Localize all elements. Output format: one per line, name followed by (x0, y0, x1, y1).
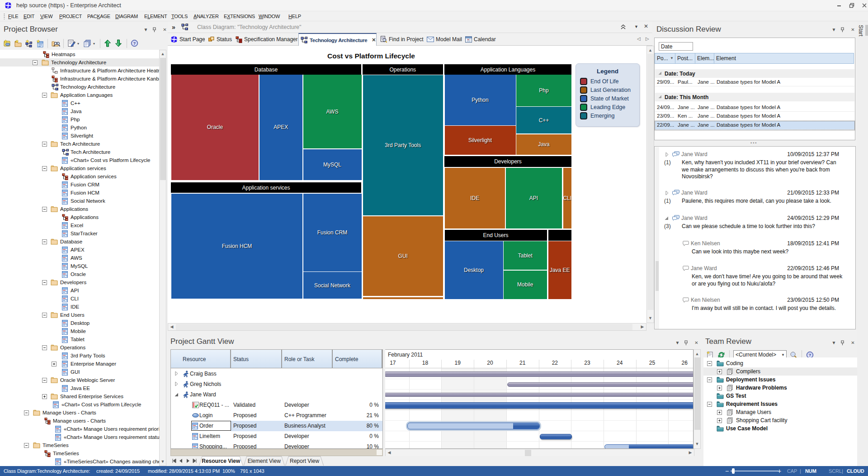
start-autohide-tab[interactable]: Start (858, 25, 864, 36)
gantt-column-header[interactable]: Role or Task (282, 350, 333, 368)
team-review-item[interactable]: Coding (703, 359, 857, 367)
discussion-column-header[interactable]: Po...▼ (655, 53, 675, 64)
tab-scroll-left-icon[interactable]: ◁ (637, 36, 641, 41)
tree-item[interactable]: Operations (0, 343, 159, 352)
collapse-icon[interactable] (42, 239, 47, 244)
gantt-summary-bar[interactable] (385, 371, 693, 377)
tree-item[interactable]: Python (0, 124, 159, 132)
zoom-out-icon[interactable]: − (725, 467, 729, 475)
tab-scroll-right-icon[interactable]: ▷ (646, 36, 649, 41)
tree-item[interactable]: StarTracker (0, 229, 159, 238)
tab-start-page[interactable]: Start Page (169, 33, 205, 46)
collapse-icon[interactable] (24, 410, 29, 415)
discussion-group-row[interactable]: Date: This Month (655, 93, 854, 101)
dropdown-arrow-icon[interactable]: ▾ (93, 42, 97, 46)
scroll-thumb[interactable] (656, 261, 659, 291)
panel-menu-icon[interactable]: ▼ (143, 27, 149, 33)
treemap-block[interactable]: Php (516, 75, 571, 106)
tree-item[interactable]: Fusion HCM (0, 189, 159, 197)
tree-item[interactable]: Application services (0, 164, 159, 172)
tree-item[interactable]: Applications (0, 213, 159, 221)
pb-down-button[interactable] (114, 38, 124, 48)
close-tab-icon[interactable]: ✕ (372, 37, 376, 43)
treemap-block[interactable]: Silverlight (445, 126, 516, 155)
treemap-block[interactable]: 3rd Party Tools (363, 75, 443, 216)
expand-icon[interactable] (42, 394, 47, 399)
pb-copy-button[interactable] (82, 38, 92, 48)
tree-item[interactable]: IDE (0, 303, 159, 311)
gantt-progress-bar[interactable] (604, 444, 693, 449)
gantt-row[interactable]: Craig Bass (171, 369, 383, 379)
combobox-dropdown-icon[interactable]: ▼ (781, 353, 785, 357)
collapse-all-icon[interactable] (620, 24, 626, 30)
row-expand-icon[interactable] (175, 381, 178, 386)
tree-item[interactable]: «Chart» Manage Users requirement priorit… (0, 425, 159, 433)
row-expand-icon[interactable] (175, 371, 178, 376)
team-review-item[interactable]: Deployment Issues (703, 376, 857, 384)
gantt-summary-bar[interactable] (385, 393, 693, 397)
pin-icon[interactable] (840, 27, 846, 33)
expand-icon[interactable] (717, 418, 722, 423)
tree-item[interactable]: Application services (0, 172, 159, 181)
close-panel-icon[interactable]: ✕ (693, 340, 699, 346)
menu-item-extensions[interactable]: EXTENSIONS (224, 14, 255, 19)
tree-item[interactable]: Technology Architecture (0, 83, 159, 91)
gantt-task-bar[interactable] (385, 402, 693, 409)
tree-item[interactable]: Mobile (0, 327, 159, 335)
pb-up-button[interactable] (103, 38, 113, 48)
menu-item-analyzer[interactable]: ANALYZER (193, 14, 219, 19)
treemap-block[interactable]: MySQL (303, 149, 362, 180)
pin-icon[interactable] (684, 340, 690, 346)
scroll-up-icon[interactable]: ▲ (694, 351, 700, 357)
treemap-block[interactable]: Fusion CRM (303, 194, 362, 271)
tab-status[interactable]: Status (206, 33, 232, 46)
treemap-block[interactable]: Java (516, 134, 571, 155)
close-panel-icon[interactable]: ✕ (162, 27, 168, 33)
dropdown-icon[interactable]: ▼ (634, 24, 638, 29)
tree-item[interactable]: Tech Architecture (0, 140, 159, 148)
team-review-item[interactable]: Requirement Issues (703, 400, 857, 408)
tab-specification-manager[interactable]: Specification Manager (234, 33, 297, 46)
pb-newdiag-button[interactable] (24, 38, 34, 48)
scroll-down-icon[interactable]: ▼ (647, 315, 654, 322)
gantt-hscrollbar[interactable]: ◀ ▶ (385, 449, 694, 457)
tree-item[interactable]: «Chart» Cost vs Platform Lifecycle (0, 156, 159, 164)
comments-scrollbar[interactable] (655, 147, 659, 329)
treemap-block[interactable]: Java EE (548, 241, 572, 299)
tree-item[interactable]: «Chart» Cost vs Platform Lifecycle (0, 400, 159, 409)
tab-calendar[interactable]: Calendar (463, 33, 498, 46)
scroll-thumb[interactable] (647, 54, 654, 310)
scroll-thumb[interactable] (160, 58, 166, 180)
bottom-tab-report-view[interactable]: Report View (285, 456, 324, 466)
tree-item[interactable]: Enterprise Manager (0, 360, 159, 368)
menu-item-diagram[interactable]: DIAGRAM (115, 14, 138, 19)
bottom-tab-resource-view[interactable]: Resource View (199, 456, 243, 466)
tree-item[interactable]: Oracle (0, 270, 159, 278)
project-tree-scrollbar[interactable]: ▲ ▼ (159, 50, 166, 466)
gantt-table-scroll-strip[interactable] (170, 449, 383, 456)
pb-find-button[interactable] (51, 38, 61, 48)
close-diagram-icon[interactable]: ✕ (644, 23, 648, 29)
collapse-icon[interactable] (42, 207, 47, 212)
gantt-vscrollbar[interactable]: ▲ ▼ (693, 349, 701, 449)
pb-newmodel-button[interactable] (2, 38, 12, 48)
tree-item[interactable]: Technology Architecture (0, 58, 159, 67)
collapse-icon[interactable] (42, 313, 47, 318)
menu-item-tools[interactable]: TOOLS (171, 14, 188, 19)
gantt-row[interactable]: LoginProposedC++ Programmer21 % (171, 410, 383, 421)
gantt-row[interactable]: OrderProposedBusiness Analyst80 % (171, 421, 383, 431)
tree-item[interactable]: Manage Users - Charts (0, 409, 159, 417)
discussion-column-header[interactable]: Elem... (695, 53, 714, 64)
expand-icon[interactable] (52, 362, 57, 367)
panel-menu-icon[interactable]: ▼ (831, 27, 837, 33)
collapse-icon[interactable] (42, 345, 47, 350)
tree-item[interactable]: Java (0, 107, 159, 115)
zoom-in-icon[interactable]: + (778, 467, 781, 475)
gantt-row[interactable]: Jane Ward (171, 390, 383, 400)
tree-item[interactable]: Shared Enterprise Services (0, 392, 159, 400)
pb-editdoc-button[interactable] (66, 38, 76, 48)
tree-item[interactable]: MySQL (0, 262, 159, 270)
collapse-icon[interactable] (707, 377, 712, 382)
team-review-item[interactable]: Manage Users (703, 408, 857, 416)
gantt-nav-icons[interactable] (172, 458, 199, 463)
